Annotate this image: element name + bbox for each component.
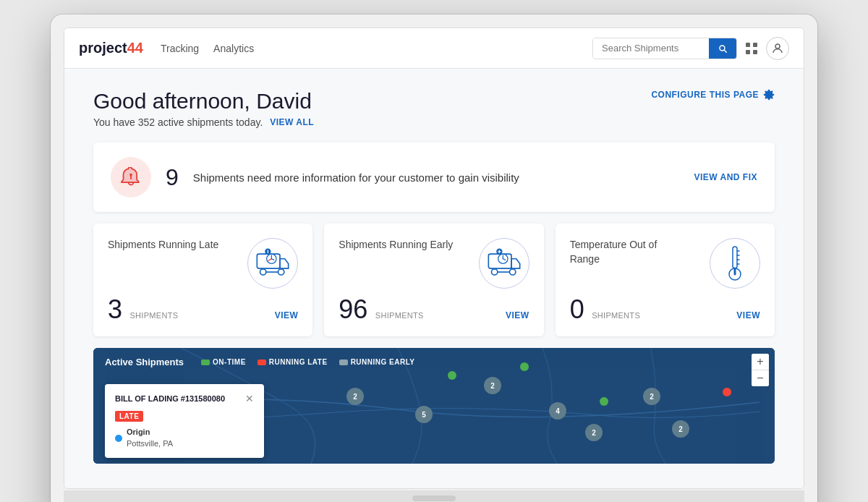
legend-on-time: ON-TIME <box>201 358 246 366</box>
stat-card-late: Shipments Running Late <box>93 224 312 336</box>
map-dot-green-3[interactable] <box>520 362 529 371</box>
header-right <box>592 37 789 60</box>
stat-card-early-title: Shipments Running Early <box>339 238 453 252</box>
alert-message: Shipments need more information for your… <box>193 171 680 184</box>
stat-card-temp-header: Temperature Out of Range <box>570 238 760 289</box>
map-cluster-2[interactable]: 5 <box>415 406 433 423</box>
stat-card-early: Shipments Running Early <box>324 224 543 336</box>
truck-early-icon <box>479 238 529 289</box>
map-cluster-6[interactable]: 2 <box>643 388 660 405</box>
stat-card-early-header: Shipments Running Early <box>339 238 529 289</box>
svg-rect-0 <box>746 43 750 47</box>
popup-origin: Origin Pottsville, PA <box>115 427 254 449</box>
gear-icon <box>763 89 775 101</box>
stat-label-late: Shipments <box>129 311 178 320</box>
main-nav: Tracking Analytics <box>161 43 254 54</box>
logo[interactable]: project44 <box>79 40 143 56</box>
stat-view-late[interactable]: VIEW <box>275 310 299 320</box>
legend-running-early-label: RUNNING EARLY <box>351 358 415 366</box>
alert-card: 9 Shipments need more information for yo… <box>93 142 775 212</box>
legend-dot-red <box>258 360 266 365</box>
view-fix-link[interactable]: VIEW AND FIX <box>694 172 757 182</box>
stat-count-early-wrap: 96 Shipments <box>339 294 423 325</box>
stat-label-early: Shipments <box>375 311 424 320</box>
map-cluster-4[interactable]: 4 <box>549 402 566 420</box>
map-dot-green-2[interactable] <box>600 397 608 406</box>
legend-running-late-label: RUNNING LATE <box>269 358 328 366</box>
map-legend: Active Shipments ON-TIME RUNNING LATE RU… <box>105 357 415 367</box>
search-icon <box>718 43 728 54</box>
stat-label-temp: Shipments <box>592 311 640 320</box>
map-dot-red-1[interactable] <box>723 388 731 396</box>
svg-rect-2 <box>746 50 750 54</box>
svg-point-9 <box>278 269 284 275</box>
header: project44 Tracking Analytics <box>64 28 804 69</box>
popup-origin-label: Origin <box>127 427 173 436</box>
greeting-text: Good afternoon, David <box>93 89 312 114</box>
stat-card-late-header: Shipments Running Late <box>108 238 298 289</box>
popup-origin-value: Pottsville, PA <box>127 439 173 448</box>
map-dot-green-1[interactable] <box>448 371 456 380</box>
map-cluster-5[interactable]: 2 <box>585 424 603 441</box>
legend-on-time-label: ON-TIME <box>213 358 246 366</box>
zoom-in-button[interactable]: + <box>752 354 769 370</box>
popup-origin-info: Origin Pottsville, PA <box>127 427 173 449</box>
svg-point-18 <box>491 269 497 275</box>
svg-rect-27 <box>733 247 737 268</box>
map-cluster-7[interactable]: 2 <box>672 420 689 438</box>
stat-card-late-bottom: 3 Shipments VIEW <box>108 289 298 325</box>
stat-count-temp-wrap: 0 Shipments <box>570 294 640 325</box>
configure-button[interactable]: CONFIGURE THIS PAGE <box>651 89 775 101</box>
stat-card-late-title: Shipments Running Late <box>108 238 218 252</box>
laptop-frame: project44 Tracking Analytics <box>51 14 817 502</box>
map-popup: BILL OF LADING #131580080 ✕ LATE Origin … <box>105 384 264 458</box>
search-box <box>592 38 737 59</box>
stat-count-wrap: 3 Shipments <box>108 294 178 325</box>
active-shipments-text: You have 352 active shipments today. <box>93 116 263 128</box>
alert-bell-icon <box>121 167 141 187</box>
stat-view-early[interactable]: VIEW <box>506 310 529 320</box>
stat-card-temp-title: Temperature Out of Range <box>570 238 686 266</box>
stat-count-temp: 0 <box>570 294 584 324</box>
stat-cards: Shipments Running Late <box>93 224 775 336</box>
configure-label: CONFIGURE THIS PAGE <box>651 90 759 100</box>
map-cluster-1[interactable]: 2 <box>346 388 364 405</box>
nav-analytics[interactable]: Analytics <box>213 43 254 54</box>
truck-late-icon <box>247 238 298 289</box>
legend-running-late: RUNNING LATE <box>258 358 328 366</box>
map-title: Active Shipments <box>105 357 184 367</box>
stat-card-temp: Temperature Out of Range <box>556 224 775 336</box>
stat-count-late: 3 <box>108 294 122 324</box>
legend-running-early: RUNNING EARLY <box>339 358 415 366</box>
main-content: Good afternoon, David CONFIGURE THIS PAG… <box>64 69 804 488</box>
search-button[interactable] <box>709 38 736 59</box>
laptop-chin <box>64 490 804 502</box>
origin-dot <box>115 435 122 442</box>
apps-icon[interactable] <box>744 41 759 56</box>
stat-card-temp-bottom: 0 Shipments VIEW <box>570 289 760 325</box>
popup-bol: BILL OF LADING #131580080 <box>115 394 225 403</box>
map-cluster-3[interactable]: 2 <box>484 377 501 394</box>
stat-count-early: 96 <box>339 294 367 324</box>
chin-notch <box>412 495 456 501</box>
account-icon[interactable] <box>766 37 789 60</box>
legend-dot-green <box>201 360 210 365</box>
thermometer-icon <box>710 238 760 289</box>
popup-late-badge: LATE <box>115 411 143 422</box>
zoom-out-button[interactable]: − <box>752 370 769 386</box>
map-section: 2 5 2 4 2 2 2 Active Shipments <box>93 348 775 464</box>
greeting-row: Good afternoon, David CONFIGURE THIS PAG… <box>93 89 775 114</box>
search-input[interactable] <box>593 38 709 58</box>
view-all-link[interactable]: VIEW ALL <box>270 117 314 127</box>
svg-point-8 <box>260 269 266 275</box>
map-zoom-controls: + − <box>752 354 769 386</box>
stat-view-temp[interactable]: VIEW <box>736 310 760 320</box>
svg-point-19 <box>509 269 515 275</box>
popup-close-button[interactable]: ✕ <box>245 393 254 404</box>
alert-count: 9 <box>166 164 179 191</box>
nav-tracking[interactable]: Tracking <box>161 43 199 54</box>
svg-rect-3 <box>753 50 757 54</box>
popup-header: BILL OF LADING #131580080 ✕ <box>115 393 254 404</box>
laptop-screen: project44 Tracking Analytics <box>64 27 804 489</box>
svg-point-4 <box>775 44 780 48</box>
